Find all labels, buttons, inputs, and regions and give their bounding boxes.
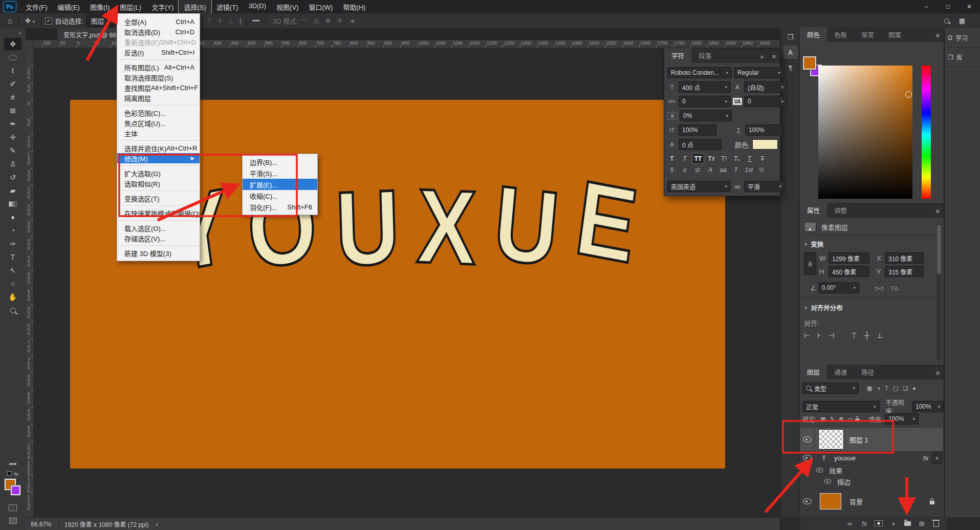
vertical-scale-field[interactable]: 100% xyxy=(679,124,716,136)
layer-name[interactable]: 背景 xyxy=(850,497,863,506)
select-menu-item-6[interactable]: 取消选择图层(S) xyxy=(117,72,200,82)
character-panel-icon[interactable]: A xyxy=(783,46,798,59)
home-icon[interactable]: ⌂ xyxy=(5,16,15,25)
opentype-button-4[interactable]: aa xyxy=(717,166,729,174)
modify-submenu-item-2[interactable]: 扩展(E)... xyxy=(243,179,317,190)
layer-thumbnail[interactable] xyxy=(819,430,843,449)
select-menu-item-5[interactable]: 所有图层(L)Alt+Ctrl+A xyxy=(117,62,200,72)
marquee-tool[interactable] xyxy=(4,51,21,63)
modify-submenu-item-1[interactable]: 平滑(S)... xyxy=(243,167,317,179)
tab-通道[interactable]: 通道 xyxy=(827,365,854,379)
select-menu-item-10[interactable]: 色彩范围(C)... xyxy=(117,108,200,118)
layer-thumbnail[interactable] xyxy=(820,493,841,510)
panel-menu-icon[interactable]: ≡ xyxy=(931,205,944,218)
height-field[interactable]: 450 像素 xyxy=(829,266,869,277)
layer-filter-icons-icon-0[interactable]: ▦ xyxy=(867,385,872,392)
eraser-tool[interactable]: ▰ xyxy=(4,184,21,197)
type-style-button-4[interactable]: T¹ xyxy=(718,154,730,163)
hand-tool[interactable]: ✋ xyxy=(4,291,21,303)
ob-align-icons-icon-1[interactable]: ✛ xyxy=(217,17,223,25)
maximize-button[interactable]: □ xyxy=(937,1,959,12)
healing-brush-tool[interactable]: ✛ xyxy=(4,131,21,143)
color-picker-handle[interactable] xyxy=(905,91,912,98)
type-style-button-5[interactable]: T₁ xyxy=(731,154,743,163)
visibility-eye-icon[interactable] xyxy=(816,468,823,473)
new-group-icon[interactable] xyxy=(901,518,914,529)
transform-section-title[interactable]: 变换 xyxy=(811,239,823,249)
opentype-button-2[interactable]: st xyxy=(692,166,703,174)
ob-mode-icons-icon-3[interactable]: ✢ xyxy=(337,17,342,25)
type-style-button-1[interactable]: T xyxy=(679,154,690,163)
layer-filter-icons-icon-1[interactable]: ◑ xyxy=(877,385,880,392)
type-style-button-7[interactable]: T xyxy=(757,154,768,163)
align-button-0[interactable]: ⊢ xyxy=(804,331,810,340)
swap-colors-icon[interactable]: ⇆ xyxy=(14,471,18,477)
type-style-button-0[interactable]: T xyxy=(666,154,678,163)
menu-4[interactable]: 文字(Y) xyxy=(146,0,179,14)
tab-3[interactable]: 图案 xyxy=(881,27,908,42)
frame-tool[interactable]: ⊠ xyxy=(4,104,21,117)
baseline-shift-field[interactable]: 0 点 xyxy=(679,139,722,150)
menu-10[interactable]: 帮助(H) xyxy=(338,0,371,14)
modify-submenu-item-3[interactable]: 收缩(C)... xyxy=(243,190,317,201)
tab-properties[interactable]: 属性 xyxy=(800,203,827,218)
lock-icons-icon-0[interactable]: ▦ xyxy=(820,416,825,422)
close-button[interactable]: ✕ xyxy=(959,1,980,12)
tracking-select[interactable]: 0▾ xyxy=(744,96,787,107)
font-size-select[interactable]: 400 点▾ xyxy=(679,81,731,93)
tab-1[interactable]: 色板 xyxy=(827,27,854,42)
opentype-button-1[interactable]: o xyxy=(679,166,690,174)
tab-路径[interactable]: 路径 xyxy=(854,365,881,379)
layer-row-youxue[interactable]: T youxue fx ∧ xyxy=(800,451,943,464)
menu-5[interactable]: 选择(S) xyxy=(179,0,211,14)
fill-field[interactable]: 100%▾ xyxy=(885,413,919,425)
tab-图层[interactable]: 图层 xyxy=(800,365,827,379)
menu-2[interactable]: 图像(I) xyxy=(85,0,115,14)
tab-adjustments[interactable]: 调整 xyxy=(827,203,854,218)
select-menu-item-22[interactable]: 在快速蒙版模式下编辑(Q) xyxy=(117,208,200,218)
layer-filter-icons-icon-3[interactable]: ▢ xyxy=(893,385,898,392)
ob-mode-icons-icon-4[interactable]: ◄ xyxy=(349,17,355,25)
layer-mask-icon[interactable] xyxy=(872,518,885,529)
eyedropper-tool[interactable]: ✒ xyxy=(4,118,21,130)
crop-tool[interactable]: # xyxy=(4,91,21,103)
text-color-swatch[interactable] xyxy=(752,139,778,150)
collapse-effects-icon[interactable]: ∧ xyxy=(931,451,943,464)
auto-select-target-select[interactable]: 图层▾ xyxy=(86,14,116,27)
opacity-field[interactable]: 100%▾ xyxy=(912,401,944,412)
libraries-panel-button[interactable]: ❐ 库 xyxy=(945,48,980,67)
lock-icons-icon-1[interactable]: ✎ xyxy=(830,416,835,422)
visibility-eye-icon[interactable] xyxy=(803,498,812,504)
panel-menu-icon[interactable]: ≡ xyxy=(931,29,944,42)
ob-align-icons-icon-0[interactable]: ⊤ xyxy=(206,17,212,25)
opentype-button-7[interactable]: ½ xyxy=(756,166,767,174)
font-family-select[interactable]: Roboto Conden...▾ xyxy=(667,67,732,78)
panel-menu-icon[interactable]: ≡ xyxy=(768,50,780,63)
workspace-icon[interactable]: ▦ xyxy=(956,17,968,25)
history-brush-tool[interactable]: ↺ xyxy=(4,171,21,183)
layer-style-icon[interactable]: fx xyxy=(858,518,871,529)
align-button-4[interactable]: ┼ xyxy=(864,331,869,340)
menu-3[interactable]: 图层(L) xyxy=(115,0,146,14)
select-menu-item-24[interactable]: 载入选区(O)... xyxy=(117,223,200,233)
zoom-tool[interactable] xyxy=(4,304,21,316)
lasso-tool[interactable]: ℓ xyxy=(4,65,21,77)
menu-0[interactable]: 文件(F) xyxy=(20,0,53,14)
select-menu-item-7[interactable]: 查找图层Alt+Shift+Ctrl+F xyxy=(117,82,200,93)
ruler-origin[interactable] xyxy=(26,40,34,48)
default-colors-icon[interactable] xyxy=(7,471,12,476)
layer-name[interactable]: youxue xyxy=(834,454,856,462)
lock-all-icon[interactable] xyxy=(855,418,859,421)
rotation-field[interactable]: 0.00°▾ xyxy=(818,282,859,293)
layer-row-background[interactable]: 背景 xyxy=(800,489,943,513)
width-field[interactable]: 1299 像素 xyxy=(829,252,869,264)
select-menu-item-12[interactable]: 主体 xyxy=(117,128,200,138)
quick-selection-tool[interactable]: ✐ xyxy=(4,78,21,90)
align-button-2[interactable]: ⊣ xyxy=(829,331,835,340)
kerning-select[interactable]: 0▾ xyxy=(679,96,731,107)
panels-stack-icon[interactable]: ❐ xyxy=(783,30,798,44)
hue-slider[interactable] xyxy=(922,66,931,199)
select-menu-item-14[interactable]: 选择并遮住(K)Alt+Ctrl+R xyxy=(117,143,200,153)
move-tool[interactable]: ✥ xyxy=(4,38,21,50)
tab-2[interactable]: 渐变 xyxy=(854,27,881,42)
